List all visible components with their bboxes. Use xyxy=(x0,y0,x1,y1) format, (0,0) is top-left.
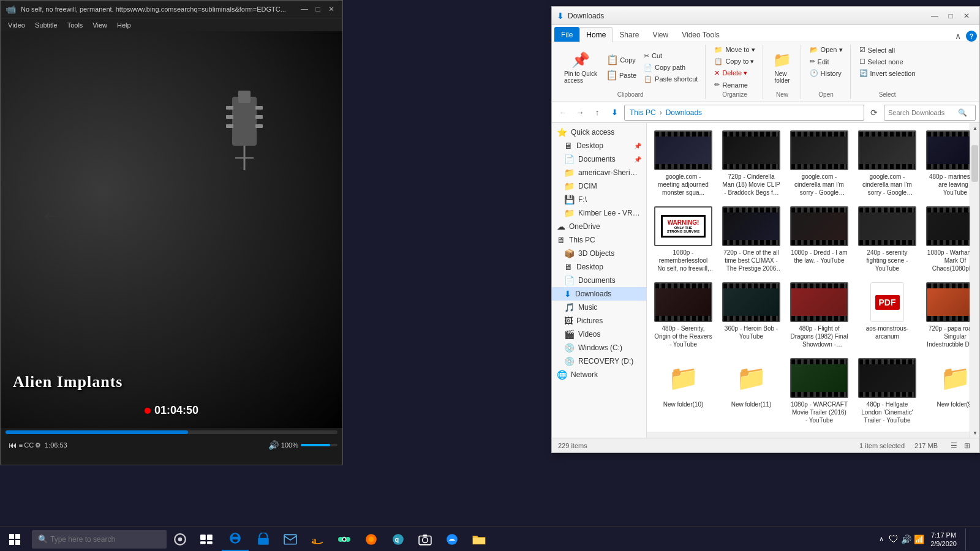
tiles-view-button[interactable]: ⊞ xyxy=(961,440,973,452)
sidebar-item-videos[interactable]: 🎬 Videos xyxy=(552,328,646,341)
back-button[interactable]: ← xyxy=(556,105,570,120)
taskbar-camera[interactable] xyxy=(412,527,439,552)
forward-button[interactable]: → xyxy=(573,105,587,120)
sidebar-item-documents-pinned[interactable]: 📄 Documents 📌 xyxy=(552,152,646,166)
up-button[interactable]: ↑ xyxy=(590,105,605,120)
tab-share[interactable]: Share xyxy=(612,27,646,42)
cut-button[interactable]: ✂Cut xyxy=(640,51,701,61)
copy-button[interactable]: 📋 Copy xyxy=(603,53,639,67)
sidebar-item-onedrive[interactable]: ☁ OneDrive xyxy=(552,220,646,233)
explorer-close-button[interactable]: ✕ xyxy=(959,8,974,24)
file-item[interactable]: 1080p - WARCRAFT Movie Trailer (2016) - … xyxy=(788,356,851,427)
sidebar-item-network[interactable]: 🌐 Network xyxy=(552,368,646,381)
taskbar-edge[interactable] xyxy=(222,527,249,552)
taskbar-cortana[interactable] xyxy=(167,527,194,552)
edit-button[interactable]: ✏Edit xyxy=(806,56,833,67)
scroll-thumb[interactable] xyxy=(971,145,978,182)
scroll-down-arrow[interactable]: ▼ xyxy=(970,428,979,438)
media-menu-subtitle[interactable]: Subtitle xyxy=(30,18,62,32)
rename-button[interactable]: ✏Rename xyxy=(710,80,752,90)
explorer-maximize-button[interactable]: □ xyxy=(943,8,959,24)
sidebar-item-3dobjects[interactable]: 📦 3D Objects xyxy=(552,247,646,260)
media-maximize-button[interactable]: □ xyxy=(312,3,324,15)
select-all-button[interactable]: ☑Select all xyxy=(856,45,899,55)
file-item[interactable]: 480p - Hellgate London 'Cinematic' Trail… xyxy=(856,356,919,427)
sidebar-item-windows-c[interactable]: 💿 Windows (C:) xyxy=(552,341,646,354)
explorer-minimize-button[interactable]: — xyxy=(927,8,943,24)
media-playlist-button[interactable]: ≡ xyxy=(19,441,23,449)
media-progress-bar[interactable] xyxy=(6,430,337,434)
copy-path-button[interactable]: 📄Copy path xyxy=(640,62,701,73)
file-item[interactable]: google.com - cinderella man I'm sorry - … xyxy=(788,128,851,199)
file-item[interactable]: WARNING! ONLY THESTRONG SURVIVE 1080p - … xyxy=(652,204,715,275)
scroll-up-arrow[interactable]: ▲ xyxy=(970,123,979,133)
media-menu-help[interactable]: Help xyxy=(112,18,136,32)
taskbar-tripadvisor[interactable] xyxy=(331,527,358,552)
invert-selection-button[interactable]: 🔄Invert selection xyxy=(856,68,919,78)
sidebar-item-americavr[interactable]: 📁 americavr-Sheridan.. xyxy=(552,166,646,179)
taskbar-explorer-pinned[interactable] xyxy=(466,527,492,552)
file-item[interactable]: 1080p - Dredd - I am the law. - YouTube xyxy=(788,204,851,275)
sidebar-item-kimber[interactable]: 📁 Kimber Lee - VR Pac xyxy=(552,206,646,220)
taskbar-app10[interactable] xyxy=(439,527,466,552)
file-item[interactable]: 240p - serenity fighting scene - YouTube xyxy=(856,204,919,275)
taskbar-task-view[interactable] xyxy=(194,527,221,552)
taskbar-up-arrow[interactable]: ∧ xyxy=(876,533,886,545)
media-subtitle-button[interactable]: CC xyxy=(24,441,34,449)
file-item[interactable]: google.com - meeting adjourned monster s… xyxy=(652,128,715,199)
file-item[interactable]: 720p - One of the all time best CLIMAX -… xyxy=(720,204,783,275)
delete-button[interactable]: ✕Delete ▾ xyxy=(710,68,751,78)
media-close-button[interactable]: ✕ xyxy=(325,3,337,15)
file-item[interactable]: 720p - Cinderella Man (18) Movie CLIP - … xyxy=(720,128,783,199)
sidebar-item-fdrive[interactable]: 💾 F:\ xyxy=(552,193,646,206)
refresh-button[interactable]: ⟳ xyxy=(867,105,881,120)
sidebar-item-pictures[interactable]: 🖼 Pictures xyxy=(552,314,646,328)
sidebar-item-quick-access[interactable]: ⭐ Quick access xyxy=(552,126,646,139)
volume-tray-icon[interactable]: 🔊 xyxy=(901,534,911,544)
file-item[interactable]: 480p - Flight of Dragons (1982) Final Sh… xyxy=(788,280,851,351)
details-view-button[interactable]: ☰ xyxy=(948,440,960,452)
show-desktop-button[interactable] xyxy=(965,528,975,550)
file-item[interactable]: 📁 New folder(10) xyxy=(652,356,715,427)
open-button[interactable]: 📂Open ▾ xyxy=(806,45,846,55)
path-downloads[interactable]: Downloads xyxy=(666,108,702,117)
taskbar-qbittorrent[interactable]: q xyxy=(385,527,412,552)
taskbar-mail[interactable] xyxy=(277,527,304,552)
vertical-scrollbar[interactable]: ▲ ▼ xyxy=(970,123,979,438)
paste-button[interactable]: 📋 Paste xyxy=(603,68,639,82)
address-path[interactable]: This PC › Downloads xyxy=(624,105,864,121)
media-menu-view[interactable]: View xyxy=(88,18,112,32)
ribbon-collapse-button[interactable]: ∧ xyxy=(952,31,963,41)
media-settings-button[interactable]: ⚙ xyxy=(35,441,41,449)
taskbar-amazon[interactable]: a xyxy=(304,527,331,552)
sidebar-item-desktop-pinned[interactable]: 🖥 Desktop 📌 xyxy=(552,139,646,152)
tab-home[interactable]: Home xyxy=(579,27,612,42)
taskbar-clock[interactable]: 7:17 PM 2/9/2020 xyxy=(927,530,960,549)
taskbar-store[interactable] xyxy=(250,527,277,552)
sidebar-item-documents2[interactable]: 📄 Documents xyxy=(552,274,646,287)
taskbar-app7[interactable] xyxy=(358,527,385,552)
media-minimize-button[interactable]: — xyxy=(298,3,311,15)
sidebar-item-dcim[interactable]: 📁 DCIM xyxy=(552,179,646,193)
new-folder-button[interactable]: 📁 Newfolder xyxy=(768,49,796,86)
taskbar-search-input[interactable] xyxy=(50,535,148,544)
search-input[interactable] xyxy=(888,109,956,116)
media-menu-tools[interactable]: Tools xyxy=(62,18,88,32)
network-tray-icon[interactable]: 📶 xyxy=(914,534,924,544)
path-this-pc[interactable]: This PC xyxy=(630,108,656,117)
move-to-button[interactable]: 📁Move to ▾ xyxy=(710,45,758,55)
media-menu-video[interactable]: Video xyxy=(3,18,30,32)
file-item[interactable]: 📁 New folder(11) xyxy=(720,356,783,427)
start-button[interactable] xyxy=(0,527,29,552)
pin-to-quick-button[interactable]: 📌 Pin to Quickaccess xyxy=(559,49,602,86)
sidebar-item-thispc[interactable]: 🖥 This PC xyxy=(552,233,646,247)
sidebar-item-music[interactable]: 🎵 Music xyxy=(552,301,646,314)
history-button[interactable]: 🕐History xyxy=(806,68,845,78)
tab-view[interactable]: View xyxy=(646,27,675,42)
sidebar-item-recovery-d[interactable]: 💿 RECOVERY (D:) xyxy=(552,354,646,368)
taskbar-search[interactable]: 🔍 xyxy=(32,530,167,549)
paste-shortcut-button[interactable]: 📋Paste shortcut xyxy=(640,74,701,84)
file-item[interactable]: PDF aos-monstrous-arcanum xyxy=(856,280,919,351)
tab-video-tools[interactable]: Video Tools xyxy=(675,27,726,42)
file-item[interactable]: 480p - Serenity, Origin of the Reavers -… xyxy=(652,280,715,351)
